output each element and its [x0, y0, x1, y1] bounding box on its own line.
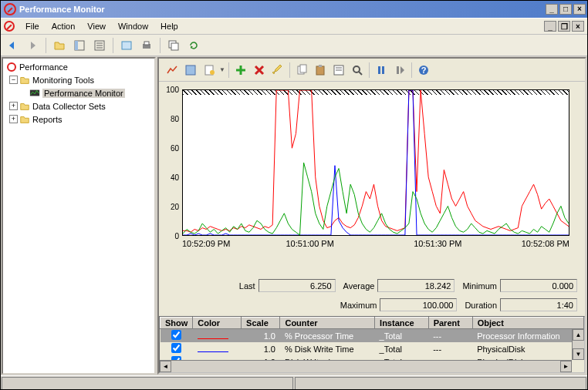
menu-help[interactable]: Help: [154, 20, 184, 32]
menu-file[interactable]: File: [19, 20, 46, 32]
help-button[interactable]: ?: [415, 62, 432, 79]
folder-icon: [19, 114, 30, 125]
performance-chart[interactable]: 020406080100 10:52:09 PM10:51:00 PM10:51…: [159, 82, 585, 277]
view-report-button[interactable]: [201, 62, 218, 79]
tree-reports[interactable]: + Reports: [3, 113, 154, 126]
svg-rect-8: [144, 42, 149, 45]
performance-icon: [6, 62, 17, 72]
title-bar: Performance Monitor _ □ ×: [1, 1, 587, 18]
svg-point-22: [353, 66, 360, 72]
svg-rect-12: [186, 66, 195, 75]
close-button[interactable]: ×: [573, 4, 586, 15]
properties-button[interactable]: [91, 37, 108, 54]
svg-rect-10: [171, 43, 178, 50]
stats-panel: Last6.250 Average18.242 Minimum0.000 Max…: [159, 277, 585, 316]
table-row[interactable]: 1.0% Disk Write Time_Total---PhysicalDis…: [161, 342, 584, 355]
menu-action[interactable]: Action: [46, 20, 82, 32]
show-checkbox[interactable]: [171, 343, 181, 353]
add-counter-button[interactable]: [232, 62, 249, 79]
monitor-icon: [29, 88, 40, 99]
svg-line-23: [359, 72, 362, 75]
expand-icon[interactable]: +: [9, 102, 18, 110]
tree-monitoring-tools[interactable]: − Monitoring Tools: [3, 73, 154, 86]
show-hide-tree-button[interactable]: [71, 37, 88, 54]
table-row[interactable]: 1.0% Processor Time_Total---Processor In…: [161, 329, 584, 343]
highlight-button[interactable]: [269, 62, 286, 79]
menu-view[interactable]: View: [81, 20, 112, 32]
open-folder-button[interactable]: [51, 37, 68, 54]
forward-button[interactable]: [24, 37, 41, 54]
navigation-tree[interactable]: Performance − Monitoring Tools Performan…: [2, 57, 156, 375]
stat-duration: 1:40: [500, 298, 577, 311]
update-button[interactable]: [391, 62, 408, 79]
stat-average: 18.242: [377, 279, 455, 292]
minimize-button[interactable]: _: [546, 4, 558, 15]
svg-rect-18: [319, 65, 322, 67]
delete-counter-button[interactable]: [251, 62, 268, 79]
refresh-button[interactable]: [185, 37, 202, 54]
svg-rect-25: [382, 66, 384, 74]
export-button[interactable]: [118, 37, 135, 54]
freeze-button[interactable]: [373, 62, 390, 79]
svg-rect-24: [378, 66, 380, 74]
vertical-scrollbar[interactable]: ▲▼: [572, 329, 584, 360]
print-button[interactable]: [138, 37, 155, 54]
mdi-restore-button[interactable]: ❐: [558, 21, 570, 32]
show-checkbox[interactable]: [171, 330, 181, 340]
folder-icon: [19, 75, 30, 86]
maximize-button[interactable]: □: [559, 4, 572, 15]
properties2-button[interactable]: [330, 62, 347, 79]
svg-rect-26: [397, 66, 399, 74]
svg-point-14: [210, 70, 215, 75]
mdi-minimize-button[interactable]: _: [544, 21, 556, 32]
chart-toolbar: ▼ ?: [159, 59, 585, 82]
zoom-button[interactable]: [349, 62, 366, 79]
tree-performance-monitor[interactable]: Performance Monitor: [3, 86, 154, 99]
status-bar: [1, 375, 587, 390]
main-toolbar: [1, 35, 587, 56]
svg-rect-16: [300, 65, 306, 72]
svg-text:?: ?: [421, 66, 427, 75]
view-graph-button[interactable]: [164, 62, 181, 79]
svg-rect-11: [30, 89, 39, 96]
back-button[interactable]: [4, 37, 21, 54]
app-icon: [4, 3, 16, 15]
stat-minimum: 0.000: [500, 279, 577, 292]
expand-icon[interactable]: +: [9, 115, 18, 123]
mdi-app-icon[interactable]: [4, 21, 15, 32]
counters-table[interactable]: ShowColorScaleCounterInstanceParentObjec…: [159, 316, 585, 373]
menu-window[interactable]: Window: [112, 20, 154, 32]
menu-bar: File Action View Window Help _ ❐ ×: [1, 18, 587, 35]
paste-button[interactable]: [312, 62, 329, 79]
new-window-button[interactable]: [165, 37, 182, 54]
folder-icon: [19, 101, 30, 112]
tree-root[interactable]: Performance: [3, 60, 154, 73]
window-title: Performance Monitor: [19, 5, 105, 14]
svg-rect-17: [316, 66, 324, 75]
svg-rect-6: [122, 42, 131, 49]
copy-button[interactable]: [293, 62, 310, 79]
stat-last: 6.250: [259, 279, 336, 292]
view-histogram-button[interactable]: [182, 62, 199, 79]
horizontal-scrollbar[interactable]: ◄►: [160, 360, 572, 372]
svg-rect-1: [75, 41, 78, 50]
stat-maximum: 100.000: [380, 298, 457, 311]
tree-data-collector-sets[interactable]: + Data Collector Sets: [3, 99, 154, 113]
collapse-icon[interactable]: −: [9, 76, 18, 84]
mdi-close-button[interactable]: ×: [572, 21, 584, 32]
